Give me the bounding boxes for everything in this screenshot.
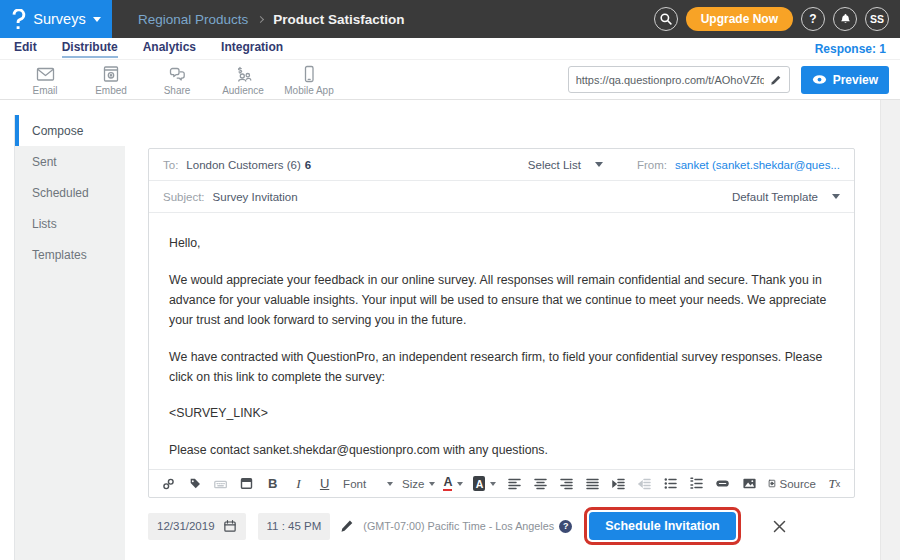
underline-button[interactable]: U xyxy=(317,474,332,494)
indent-increase-icon[interactable] xyxy=(611,474,626,494)
channel-email[interactable]: Email xyxy=(12,64,78,96)
source-button[interactable]: Source xyxy=(768,474,816,494)
link-pill-icon[interactable] xyxy=(715,474,730,494)
edit-time-pencil-icon[interactable] xyxy=(340,519,354,533)
avatar[interactable]: SS xyxy=(865,7,889,31)
eye-icon xyxy=(812,74,827,85)
distribute-channel-toolbar: Email Embed Share Audience Mobile App xyxy=(0,60,900,100)
body-paragraph: <SURVEY_LINK> xyxy=(169,404,834,424)
tab-distribute[interactable]: Distribute xyxy=(62,40,118,58)
insert-image-icon[interactable] xyxy=(742,474,757,494)
channel-embed[interactable]: Embed xyxy=(78,64,144,96)
text-color-button[interactable]: A xyxy=(445,474,463,494)
sidebar-item-lists[interactable]: Lists xyxy=(15,208,125,239)
preview-button[interactable]: Preview xyxy=(801,66,889,94)
align-justify-icon[interactable] xyxy=(585,474,600,494)
indent-decrease-icon[interactable] xyxy=(637,474,652,494)
embed-icon xyxy=(101,64,121,84)
sidebar-item-compose[interactable]: Compose xyxy=(15,115,125,146)
from-sender[interactable]: sanket (sanket.shekdar@ques... xyxy=(675,159,840,171)
tab-integration[interactable]: Integration xyxy=(221,40,283,58)
align-center-icon[interactable] xyxy=(533,474,548,494)
email-body-editor[interactable]: Hello, We would appreciate your feedback… xyxy=(149,213,854,469)
header-actions: Upgrade Now ? SS xyxy=(654,7,900,31)
notifications-button[interactable] xyxy=(833,7,857,31)
schedule-date-field[interactable]: 12/31/2019 xyxy=(148,513,246,540)
surveys-product-menu[interactable]: Surveys xyxy=(0,0,112,38)
to-recipient-count[interactable]: 6 xyxy=(305,159,311,171)
timezone-help-icon[interactable]: ? xyxy=(559,520,572,533)
schedule-time-field[interactable]: 11 : 45 PM xyxy=(258,513,331,540)
schedule-time-value: 11 : 45 PM xyxy=(267,520,322,532)
email-compose-panel: To: London Customers (6) 6 Select List F… xyxy=(148,148,855,498)
edit-url-pencil-icon[interactable] xyxy=(770,74,782,86)
sidebar-item-scheduled[interactable]: Scheduled xyxy=(15,177,125,208)
channel-share[interactable]: Share xyxy=(144,64,210,96)
bold-button[interactable]: B xyxy=(265,474,280,494)
numbered-list-icon[interactable] xyxy=(689,474,704,494)
upgrade-now-button[interactable]: Upgrade Now xyxy=(686,7,793,31)
breadcrumb-parent-link[interactable]: Regional Products xyxy=(138,12,248,27)
survey-tabs: Edit Distribute Analytics Integration Re… xyxy=(0,38,900,60)
sidebar-item-templates[interactable]: Templates xyxy=(15,239,125,270)
to-label: To: xyxy=(163,159,178,171)
source-label: Source xyxy=(780,478,816,490)
preview-label: Preview xyxy=(833,73,878,87)
help-button[interactable]: ? xyxy=(801,7,825,31)
font-dropdown-label: Font xyxy=(343,478,366,490)
questionpro-logo-icon xyxy=(11,9,26,30)
align-left-icon[interactable] xyxy=(507,474,522,494)
response-count[interactable]: Response: 1 xyxy=(815,42,886,56)
calendar-icon xyxy=(223,519,237,533)
survey-url-field[interactable]: https://qa.questionpro.com/t/AOhoVZfqml xyxy=(568,66,790,93)
font-family-dropdown[interactable]: Font xyxy=(343,474,393,494)
size-dropdown-label: Size xyxy=(402,478,424,490)
schedule-invitation-button[interactable]: Schedule Invitation xyxy=(589,512,736,540)
template-dropdown[interactable]: Default Template xyxy=(732,191,840,203)
sidebar-item-sent[interactable]: Sent xyxy=(15,146,125,177)
insert-link-icon[interactable] xyxy=(161,474,176,494)
mobile-app-icon xyxy=(299,64,319,84)
search-button[interactable] xyxy=(654,7,678,31)
italic-button[interactable]: I xyxy=(291,474,306,494)
breadcrumb: Regional Products Product Satisfaction xyxy=(138,12,405,27)
remove-format-button[interactable]: Tx xyxy=(827,474,842,494)
question-mark-icon: ? xyxy=(809,12,816,26)
scrollbar-track[interactable] xyxy=(880,100,900,560)
tab-analytics[interactable]: Analytics xyxy=(143,40,196,58)
channel-embed-label: Embed xyxy=(95,85,127,96)
bulleted-list-icon[interactable] xyxy=(663,474,678,494)
remove-format-t: T xyxy=(829,476,836,492)
chevron-down-icon xyxy=(429,482,435,486)
breadcrumb-current: Product Satisfaction xyxy=(273,12,404,27)
to-recipient-list[interactable]: London Customers (6) xyxy=(186,159,300,171)
font-size-dropdown[interactable]: Size xyxy=(404,474,434,494)
text-color-glyph: A xyxy=(443,476,452,492)
align-right-icon[interactable] xyxy=(559,474,574,494)
keyboard-icon[interactable] xyxy=(213,474,228,494)
chevron-down-icon xyxy=(832,194,840,199)
select-list-dropdown[interactable]: Select List xyxy=(528,159,603,171)
close-icon[interactable] xyxy=(772,519,787,534)
subject-value[interactable]: Survey Invitation xyxy=(213,191,298,203)
fill-color-button[interactable]: A xyxy=(473,474,496,494)
template-selected-label: Default Template xyxy=(732,191,818,203)
body-paragraph: Hello, xyxy=(169,234,834,254)
schedule-date-value: 12/31/2019 xyxy=(157,520,215,532)
to-row: To: London Customers (6) 6 Select List F… xyxy=(149,149,854,181)
schedule-controls: 12/31/2019 11 : 45 PM (GMT-07:00) Pacifi… xyxy=(148,509,787,543)
channel-audience[interactable]: Audience xyxy=(210,64,276,96)
search-icon xyxy=(659,12,673,26)
chevron-down-icon xyxy=(457,482,463,486)
channel-mobile-app[interactable]: Mobile App xyxy=(276,64,342,96)
schedule-invitation-highlight: Schedule Invitation xyxy=(584,507,741,545)
questionpro-app: Surveys Regional Products Product Satisf… xyxy=(0,0,900,560)
breadcrumb-chevron-icon xyxy=(257,15,264,22)
audience-icon xyxy=(233,64,254,84)
surveys-menu-label: Surveys xyxy=(33,11,85,27)
subject-row: Subject: Survey Invitation Default Templ… xyxy=(149,181,854,213)
tab-edit[interactable]: Edit xyxy=(14,40,37,58)
panel-template-icon[interactable] xyxy=(239,474,254,494)
chevron-down-icon xyxy=(387,482,393,486)
merge-tag-icon[interactable] xyxy=(187,474,202,494)
